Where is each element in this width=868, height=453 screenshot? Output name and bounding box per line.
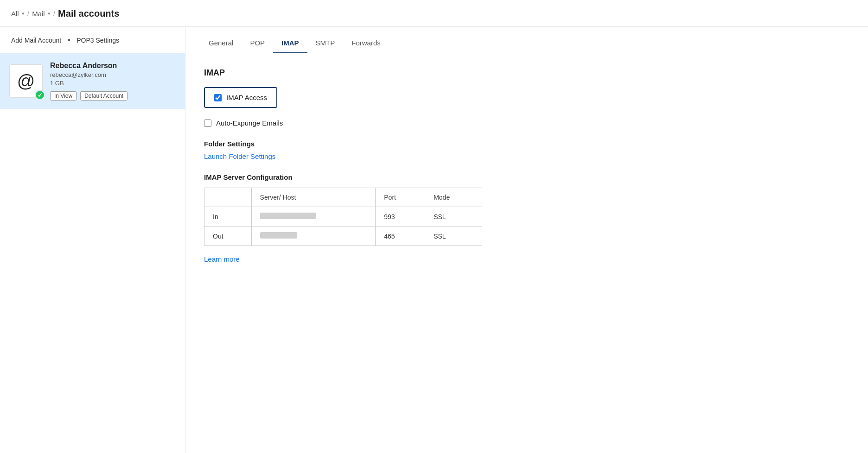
learn-more-link[interactable]: Learn more <box>204 255 240 263</box>
col-mode: Mode <box>425 188 482 207</box>
auto-expunge-label: Auto-Expunge Emails <box>216 119 283 127</box>
account-list-item[interactable]: @ ✓ Rebecca Anderson rebecca@zylker.com … <box>0 53 185 109</box>
imap-access-label: IMAP Access <box>226 94 267 101</box>
table-row: Out 465 SSL <box>204 226 482 246</box>
check-icon: ✓ <box>38 92 43 99</box>
tab-smtp[interactable]: SMTP <box>307 39 344 53</box>
col-direction <box>204 188 252 207</box>
host-in <box>251 207 376 226</box>
mode-in: SSL <box>425 207 482 226</box>
mode-out: SSL <box>425 226 482 246</box>
default-account-tag: Default Account <box>80 91 128 101</box>
imap-section-title: IMAP <box>204 68 849 78</box>
breadcrumb-all-label: All <box>11 10 19 18</box>
active-badge: ✓ <box>35 90 45 100</box>
server-config-table: Server/ Host Port Mode In 993 <box>204 188 482 246</box>
chevron-down-icon: ▾ <box>22 11 25 17</box>
account-name: Rebecca Anderson <box>50 62 176 70</box>
breadcrumb: All ▾ / Mail ▾ / Mail accounts <box>0 0 868 27</box>
direction-out: Out <box>204 226 252 246</box>
account-info: Rebecca Anderson rebecca@zylker.com 1 GB… <box>50 62 176 101</box>
direction-in: In <box>204 207 252 226</box>
left-toolbar: Add Mail Account POP3 Settings <box>0 27 185 53</box>
port-out: 465 <box>376 226 425 246</box>
pop3-settings-button[interactable]: POP3 Settings <box>77 37 119 44</box>
tab-imap[interactable]: IMAP <box>273 39 307 53</box>
breadcrumb-all[interactable]: All ▾ <box>11 10 25 18</box>
at-symbol: @ <box>17 71 35 91</box>
col-server-host: Server/ Host <box>251 188 376 207</box>
account-storage: 1 GB <box>50 80 176 87</box>
folder-settings-title: Folder Settings <box>204 140 849 148</box>
auto-expunge-row: Auto-Expunge Emails <box>204 119 849 127</box>
tab-general[interactable]: General <box>200 39 242 53</box>
breadcrumb-mail[interactable]: Mail ▾ <box>32 10 51 18</box>
server-config-title: IMAP Server Configuration <box>204 173 849 181</box>
page-title: Mail accounts <box>58 8 119 19</box>
blurred-host-out <box>260 232 297 239</box>
host-out <box>251 226 376 246</box>
in-view-tag: In View <box>50 91 77 101</box>
main-container: Add Mail Account POP3 Settings @ ✓ Rebec… <box>0 27 868 453</box>
toolbar-separator <box>68 39 70 41</box>
chevron-down-icon-2: ▾ <box>48 11 51 17</box>
breadcrumb-mail-label: Mail <box>32 10 45 18</box>
add-mail-account-button[interactable]: Add Mail Account <box>11 37 61 44</box>
imap-access-box[interactable]: IMAP Access <box>204 87 277 108</box>
account-tags: In View Default Account <box>50 91 176 101</box>
table-header-row: Server/ Host Port Mode <box>204 188 482 207</box>
account-email: rebecca@zylker.com <box>50 71 176 78</box>
tabs-bar: General POP IMAP SMTP Forwards <box>185 27 868 53</box>
blurred-host-in <box>260 213 316 219</box>
breadcrumb-sep-2: / <box>53 10 55 18</box>
imap-access-checkbox[interactable] <box>214 94 222 101</box>
table-row: In 993 SSL <box>204 207 482 226</box>
auto-expunge-checkbox[interactable] <box>204 120 211 127</box>
left-panel: Add Mail Account POP3 Settings @ ✓ Rebec… <box>0 27 185 453</box>
launch-folder-settings-link[interactable]: Launch Folder Settings <box>204 152 275 160</box>
breadcrumb-sep-1: / <box>27 10 29 18</box>
imap-content: IMAP IMAP Access Auto-Expunge Emails Fol… <box>185 53 868 291</box>
tab-pop[interactable]: POP <box>242 39 273 53</box>
tab-forwards[interactable]: Forwards <box>343 39 389 53</box>
avatar: @ ✓ <box>9 64 43 98</box>
right-panel: General POP IMAP SMTP Forwards IMAP IMAP… <box>185 27 868 453</box>
port-in: 993 <box>376 207 425 226</box>
col-port: Port <box>376 188 425 207</box>
